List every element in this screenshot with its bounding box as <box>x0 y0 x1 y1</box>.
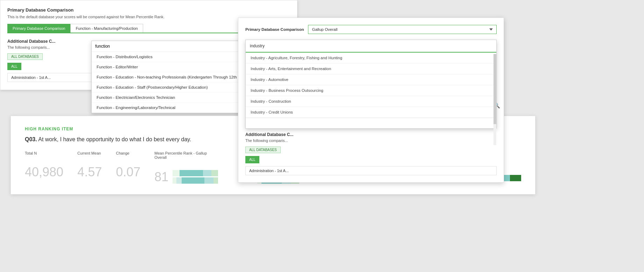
tab-function-manufacturing[interactable]: Function - Manufacturing/Production <box>70 24 143 33</box>
secondary-header-row: Primary Database Comparison Gallup Overa… <box>245 25 497 34</box>
industry-item-3[interactable]: Industry - Business Process Outsourcing <box>246 85 496 96</box>
drop-item-1[interactable]: Function - Editor/Writer <box>92 62 259 72</box>
drop-item-3[interactable]: Function - Education - Staff (Postsecond… <box>92 82 259 93</box>
additional-db-secondary: Additional Database C... The following c… <box>245 132 497 175</box>
mpr-bar-chart <box>173 170 218 184</box>
all-databases-label-primary: ALL DATABASES <box>7 53 43 60</box>
mpr-block: Mean Percentile Rank - Gallup Overall 81 <box>154 151 218 184</box>
all-databases-label-secondary: ALL DATABASES <box>245 147 281 153</box>
current-mean-block: Current Mean 4.57 <box>77 151 102 178</box>
additional-db-secondary-sub: The following comparis... <box>245 138 497 143</box>
function-search-input[interactable] <box>92 41 259 52</box>
drop-item-2[interactable]: Function - Education - Non-teaching Prof… <box>92 72 259 82</box>
industry-item-5[interactable]: Industry - Credit Unions <box>246 107 496 118</box>
industry-dropdown: Industry - Agriculture, Forestry, Fishin… <box>245 40 497 129</box>
freq-seg-5 <box>510 175 521 181</box>
industry-item-2[interactable]: Industry - Automotive <box>246 74 496 85</box>
drop-item-5[interactable]: Function - Engineering/Laboratory/Techni… <box>92 103 259 113</box>
additional-db-secondary-title: Additional Database C... <box>245 132 497 137</box>
function-dropdown: Function - Distribution/Logistics Functi… <box>91 41 259 113</box>
drop-item-4[interactable]: Function - Electrician/Electronics Techn… <box>92 93 259 103</box>
card-primary-title: Primary Database Comparison <box>7 7 290 13</box>
mpr-label: Mean Percentile Rank - Gallup Overall <box>154 151 217 159</box>
industry-item-0[interactable]: Industry - Agriculture, Forestry, Fishin… <box>246 53 496 63</box>
card-secondary-database: Primary Database Comparison Gallup Overa… <box>238 18 504 183</box>
total-n-label: Total N <box>25 151 63 155</box>
scrollbar-thumb[interactable] <box>493 54 496 124</box>
mpr-value: 81 <box>154 171 168 183</box>
drop-item-0[interactable]: Function - Distribution/Logistics <box>92 52 259 62</box>
current-mean-value: 4.57 <box>77 166 102 178</box>
question-id: Q03. <box>25 136 37 142</box>
total-n-value: 40,980 <box>25 166 63 178</box>
industry-search-input[interactable] <box>246 40 496 53</box>
secondary-db-select[interactable]: Gallup Overall <box>308 25 497 34</box>
tab-primary-comparison[interactable]: Primary Database Comparison <box>7 24 70 33</box>
change-label: Change <box>116 151 140 155</box>
filter-all-btn-secondary[interactable]: ALL <box>245 156 259 163</box>
question-body: At work, I have the opportunity to do wh… <box>38 136 191 142</box>
filter-row-secondary: ALL <box>245 156 497 163</box>
filter-all-btn-primary[interactable]: ALL <box>7 63 21 70</box>
total-n-block: Total N 40,980 <box>25 151 63 178</box>
table-row-secondary[interactable]: Administration - 1st A... <box>245 166 497 175</box>
change-block: Change 0.07 <box>116 151 140 178</box>
current-mean-label: Current Mean <box>77 151 102 155</box>
change-value: 0.07 <box>116 166 140 178</box>
secondary-primary-label: Primary Database Comparison <box>245 27 304 32</box>
industry-item-1[interactable]: Industry - Arts, Entertainment and Recre… <box>246 63 496 74</box>
industry-item-4[interactable]: Industry - Construction <box>246 96 496 107</box>
